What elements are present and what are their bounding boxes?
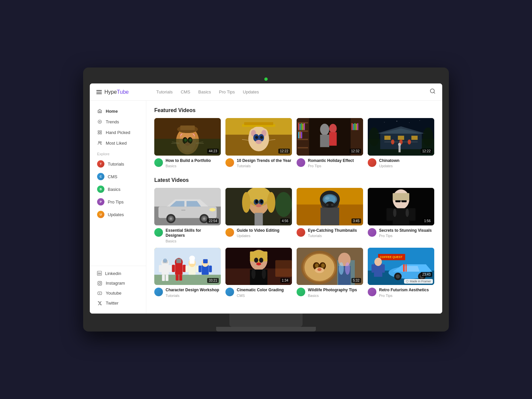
latest-duration-2: 4:56 — [280, 218, 290, 223]
svg-point-182 — [251, 268, 256, 279]
svg-line-1 — [434, 92, 435, 93]
latest-info-5: Character Design Workshop Tutorials — [154, 288, 221, 298]
svg-point-92 — [420, 120, 420, 121]
featured-duration-4: 12:22 — [421, 149, 432, 154]
featured-video-4[interactable]: 12:22 Chinatown Updates — [368, 118, 434, 168]
framer-icon: ⬡ — [406, 280, 409, 283]
latest-video-5[interactable]: 33:21 Character Design Workshop Tutorial… — [154, 248, 221, 298]
svg-rect-151 — [159, 265, 162, 272]
featured-thumb-1: 44:23 — [154, 118, 221, 156]
sidebar-item-home[interactable]: Home — [92, 106, 144, 116]
svg-rect-143 — [386, 208, 393, 221]
nav-cms[interactable]: CMS — [181, 89, 190, 94]
latest-video-7[interactable]: 5:32 Wildlife Photography Tips Basics — [297, 248, 363, 298]
logo[interactable]: HypeTube — [104, 89, 129, 95]
latest-duration-3: 3:45 — [351, 218, 361, 223]
sidebar-item-mostliked[interactable]: Most Liked — [92, 138, 144, 148]
nav-tutorials[interactable]: Tutorials — [156, 89, 173, 94]
svg-rect-167 — [196, 266, 199, 272]
featured-thumb-4: 12:22 — [368, 118, 434, 156]
sidebar-item-updates-explore[interactable]: U Updates — [92, 208, 144, 220]
home-icon — [97, 108, 102, 114]
featured-video-3[interactable]: 12:32 Romantic Holiday Effect Pro Tips — [297, 118, 363, 168]
latest-video-4[interactable]: 1:56 Secrets to Stunning Visuals Pro Tip… — [368, 188, 434, 243]
svg-rect-62 — [304, 123, 305, 130]
latest-thumb-8: COFFEE QUEST ⬡ Made in Framer — [368, 248, 434, 285]
svg-point-178 — [250, 250, 268, 263]
svg-rect-107 — [181, 210, 186, 211]
latest-channel-6 — [225, 288, 234, 296]
svg-rect-171 — [199, 266, 201, 272]
sidebar-item-youtube[interactable]: Youtube — [92, 288, 144, 298]
latest-thumb-5: 33:21 — [154, 248, 221, 285]
latest-channel-5 — [154, 288, 163, 296]
svg-rect-73 — [356, 124, 357, 130]
menu-button[interactable] — [96, 90, 102, 94]
svg-rect-10 — [98, 281, 102, 285]
latest-channel-7 — [297, 288, 305, 296]
latest-video-category-5: Tutorials — [166, 294, 221, 298]
twitter-label: Twitter — [106, 301, 118, 306]
nav-updates[interactable]: Updates — [243, 89, 259, 94]
nav-protips[interactable]: Pro Tips — [219, 89, 235, 94]
svg-point-9 — [100, 142, 102, 143]
featured-video-2[interactable]: 12:22 10 Design Trends of the Year Tutor… — [225, 118, 292, 168]
svg-point-199 — [345, 262, 350, 275]
svg-point-133 — [325, 197, 330, 200]
svg-rect-121 — [255, 213, 263, 225]
svg-rect-184 — [275, 260, 292, 277]
featured-video-title-1: How to Build a Portfolio — [166, 158, 221, 164]
featured-video-title-3: Romantic Holiday Effect — [308, 158, 363, 164]
svg-rect-61 — [303, 124, 304, 130]
svg-rect-60 — [301, 123, 302, 130]
svg-point-120 — [256, 204, 262, 207]
svg-rect-144 — [409, 208, 416, 221]
svg-rect-4 — [98, 131, 99, 132]
sidebar-social: in Linkedin Instagram — [90, 266, 146, 308]
sidebar-handpicked-label: Hand Picked — [106, 130, 130, 135]
latest-video-2[interactable]: 4:56 Guide to Video Editing Updates — [225, 188, 292, 243]
sidebar-item-handpicked[interactable]: Hand Picked — [92, 127, 144, 137]
latest-video-6[interactable]: 1:34 Cinematic Color Grading CMS — [225, 248, 292, 298]
latest-grid: 22:54 Essential Skills for Designers Bas… — [154, 188, 434, 298]
latest-video-3[interactable]: 3:45 Eye-Catching Thumbnails Tutorials — [297, 188, 363, 243]
sidebar-item-cms-explore[interactable]: C CMS — [92, 171, 144, 183]
sidebar-item-trends[interactable]: Trends — [92, 117, 144, 127]
sidebar-item-basics-explore[interactable]: B Basics — [92, 183, 144, 195]
latest-thumb-2: 4:56 — [225, 188, 292, 225]
latest-channel-4 — [368, 228, 376, 237]
twitter-icon — [97, 301, 102, 306]
sidebar: Home Trends Hand Picked — [90, 101, 146, 314]
search-button[interactable] — [430, 88, 436, 96]
svg-point-89 — [384, 122, 384, 122]
latest-duration-6: 1:34 — [280, 278, 290, 283]
sidebar-item-linkedin[interactable]: in Linkedin — [92, 269, 144, 278]
svg-rect-56 — [298, 139, 308, 140]
svg-point-115 — [267, 192, 275, 213]
featured-video-title-2: 10 Design Trends of the Year — [237, 158, 292, 164]
featured-video-1[interactable]: 44:23 How to Build a Portfolio Basics — [154, 118, 221, 168]
sidebar-item-tutorials-explore[interactable]: T Tutorials — [92, 158, 144, 170]
sidebar-item-instagram[interactable]: Instagram — [92, 278, 144, 288]
linkedin-label: Linkedin — [105, 271, 121, 276]
svg-point-118 — [255, 200, 258, 203]
latest-video-category-2: Updates — [237, 234, 292, 238]
power-indicator — [264, 77, 268, 81]
latest-video-1[interactable]: 22:54 Essential Skills for Designers Bas… — [154, 188, 221, 243]
svg-point-108 — [209, 208, 216, 211]
sidebar-item-twitter[interactable]: Twitter — [92, 298, 144, 308]
svg-point-45 — [260, 136, 263, 139]
svg-rect-142 — [393, 193, 409, 200]
latest-video-category-6: CMS — [237, 294, 292, 298]
svg-rect-216 — [382, 264, 385, 273]
svg-rect-132 — [321, 208, 339, 225]
sidebar-updates-label: Updates — [108, 212, 124, 217]
featured-duration-3: 12:32 — [349, 149, 361, 154]
latest-video-8[interactable]: COFFEE QUEST ⬡ Made in Framer — [368, 248, 434, 298]
svg-rect-82 — [411, 136, 418, 140]
nav-basics[interactable]: Basics — [198, 89, 211, 94]
svg-point-8 — [98, 141, 100, 143]
latest-duration-5: 33:21 — [207, 278, 219, 283]
sidebar-item-protips-explore[interactable]: P Pro Tips — [92, 196, 144, 208]
svg-rect-210 — [406, 264, 407, 272]
